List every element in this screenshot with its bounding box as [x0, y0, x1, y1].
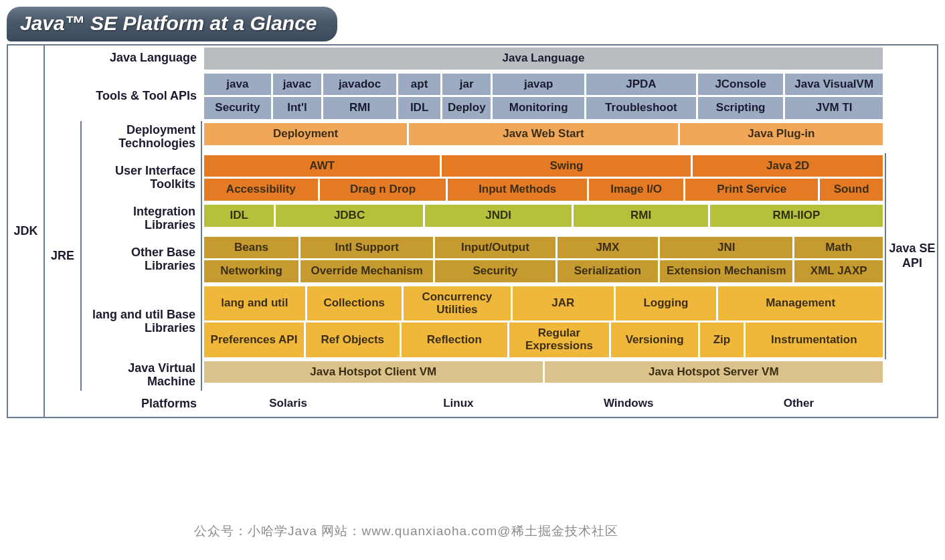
cell-security: Security	[204, 97, 271, 119]
title-banner: Java™ SE Platform at a Glance	[7, 7, 337, 41]
cell-intlsup: Intl Support	[300, 237, 433, 259]
cell-jndi: JNDI	[425, 205, 572, 227]
cell-printservice: Print Service	[685, 179, 818, 201]
cell-reflection: Reflection	[402, 322, 507, 357]
cell-rmi-tool: RMI	[323, 97, 396, 119]
cell-extension: Extension Mechanism	[660, 260, 792, 282]
cell-visualvm: Java VisualVM	[785, 74, 883, 96]
cell-imageio: Image I/O	[589, 179, 683, 201]
diagram-grid: JDK Java Language Java Language Tools & …	[7, 44, 938, 418]
cell-dragdrop: Drag n Drop	[320, 179, 446, 201]
cell-solaris: Solaris	[204, 393, 372, 415]
cell-apt: apt	[398, 74, 440, 96]
row-label-ui-toolkits: User Interface Toolkits	[82, 153, 202, 203]
right-blank-2	[885, 359, 938, 417]
cell-intl: Int'l	[273, 97, 321, 119]
side-label-blank-2	[45, 391, 82, 417]
row-label-integration: Integration Libraries	[82, 203, 202, 235]
cell-jpda: JPDA	[586, 74, 696, 96]
cell-logging: Logging	[616, 286, 717, 320]
cell-collections: Collections	[307, 286, 402, 320]
cell-plugin: Java Plug-in	[680, 123, 883, 145]
cell-hotspot-server: Java Hotspot Server VM	[545, 361, 883, 383]
cell-monitoring: Monitoring	[493, 97, 584, 119]
cell-security2: Security	[435, 260, 555, 282]
cell-deployment: Deployment	[204, 123, 407, 145]
cell-javadoc: javadoc	[323, 74, 396, 96]
cell-serialization: Serialization	[557, 260, 659, 282]
cell-accessibility: Accessibility	[204, 179, 318, 201]
cell-java-language: Java Language	[204, 48, 883, 70]
cell-scripting: Scripting	[698, 97, 783, 119]
cell-jar: jar	[442, 74, 491, 96]
cell-jdbc: JDBC	[276, 205, 423, 227]
cell-other: Other	[715, 393, 883, 415]
cell-concurrency: Concurrency Utilities	[404, 286, 511, 320]
cell-regex: Regular Expressions	[509, 322, 609, 357]
row-label-platforms: Platforms	[82, 391, 202, 417]
cell-zip: Zip	[700, 322, 743, 357]
side-label-api: Java SE API	[885, 153, 938, 359]
cell-swing: Swing	[442, 155, 691, 177]
side-label-jdk: JDK	[8, 45, 45, 417]
cell-jvmti: JVM TI	[785, 97, 883, 119]
cell-jconsole: JConsole	[698, 74, 783, 96]
row-label-tools-apis: Tools & Tool APIs	[82, 72, 202, 121]
cell-networking: Networking	[204, 260, 298, 282]
cell-deploy-tool: Deploy	[442, 97, 491, 119]
cell-langutil: lang and util	[204, 286, 305, 320]
row-label-other-base: Other Base Libraries	[82, 235, 202, 284]
cell-hotspot-client: Java Hotspot Client VM	[204, 361, 543, 383]
cell-versioning: Versioning	[611, 322, 698, 357]
cell-jmx: JMX	[557, 237, 659, 259]
row-label-jvm: Java Virtual Machine	[82, 359, 202, 391]
cell-troubleshoot: Troubleshoot	[586, 97, 696, 119]
row-label-deployment: Deployment Technologies	[82, 121, 202, 153]
cell-windows: Windows	[545, 393, 713, 415]
cell-idl: IDL	[204, 205, 274, 227]
tools-row-2: Security Int'l RMI IDL Deploy Monitoring…	[204, 97, 883, 119]
cell-idl-tool: IDL	[398, 97, 440, 119]
cell-javac: javac	[273, 74, 321, 96]
tools-row-1: java javac javadoc apt jar javap JPDA JC…	[204, 74, 883, 96]
row-label-lang-util: lang and util Base Libraries	[82, 284, 202, 359]
cell-java2d: Java 2D	[693, 155, 883, 177]
cell-math: Math	[794, 237, 883, 259]
side-label-jre: JRE	[45, 121, 82, 391]
cell-management: Management	[718, 286, 883, 320]
cell-refobjects: Ref Objects	[306, 322, 400, 357]
cell-preferences: Preferences API	[204, 322, 304, 357]
cell-java: java	[204, 74, 271, 96]
cell-rmi: RMI	[574, 205, 707, 227]
cell-io: Input/Output	[435, 237, 555, 259]
cell-instrumentation: Instrumentation	[746, 322, 883, 357]
right-blank-1	[885, 45, 938, 153]
cell-awt: AWT	[204, 155, 440, 177]
cell-linux: Linux	[374, 393, 542, 415]
cell-jni: JNI	[660, 237, 792, 259]
cell-beans: Beans	[204, 237, 298, 259]
cell-rmiiiop: RMI-IIOP	[710, 205, 883, 227]
cell-webstart: Java Web Start	[409, 123, 678, 145]
cell-override: Override Mechanism	[300, 260, 433, 282]
cell-javap: javap	[493, 74, 584, 96]
side-label-blank-1	[45, 45, 82, 121]
cell-xmljaxp: XML JAXP	[794, 260, 883, 282]
cell-sound: Sound	[820, 179, 883, 201]
row-label-java-language: Java Language	[82, 45, 202, 72]
cell-jar-lib: JAR	[513, 286, 614, 320]
cell-inputmethods: Input Methods	[448, 179, 587, 201]
